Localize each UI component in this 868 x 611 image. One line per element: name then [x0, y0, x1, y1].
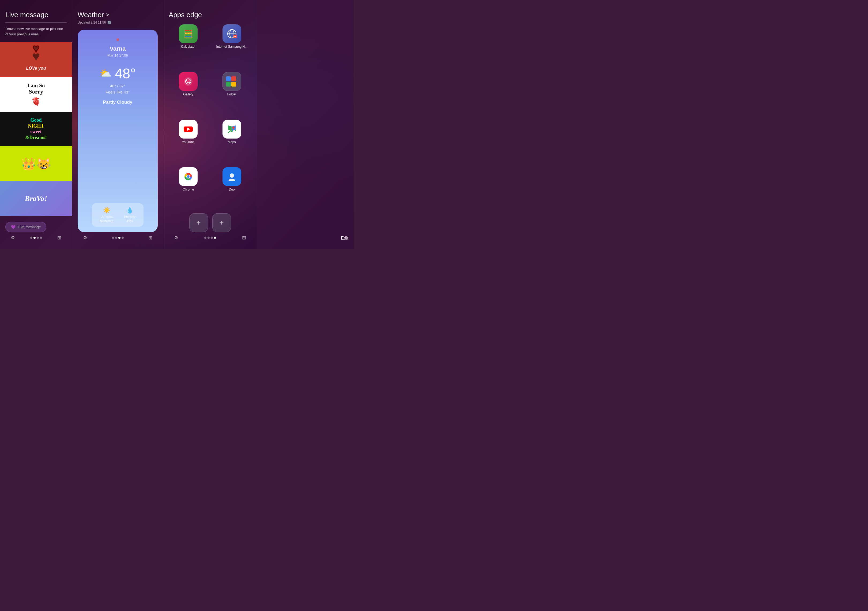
dot-1: [30, 236, 33, 239]
folder-icon: [223, 72, 241, 91]
partly-cloudy-icon: ⛅: [99, 68, 112, 79]
app-calculator[interactable]: 🧮 Calculator: [169, 24, 208, 68]
weather-city: Varna: [110, 45, 126, 52]
dot-p3-1: [204, 236, 206, 239]
uv-icon: ☀️: [103, 207, 110, 214]
apps-edge-title: Apps edge: [169, 11, 251, 19]
humidity-icon: 💧: [126, 207, 133, 214]
dot-p2-3[interactable]: [118, 236, 121, 239]
dot-4: [40, 236, 42, 239]
live-message-button[interactable]: 💜 Live message: [5, 222, 46, 232]
app-duo[interactable]: Duo: [212, 167, 252, 211]
maps-icon: [223, 120, 241, 138]
calculator-icon: 🧮: [179, 24, 198, 43]
internet-icon: ✱: [223, 24, 241, 43]
app-maps[interactable]: Maps: [212, 120, 252, 163]
weather-card[interactable]: 📍 Varna Mar 14 17:06 ⛅ 48° 48° / 37° Fee…: [78, 30, 158, 232]
location-off-icon: 📍: [114, 38, 121, 44]
calculator-label: Calculator: [181, 45, 195, 48]
gallery-icon: [179, 72, 198, 91]
refresh-icon[interactable]: 🔄: [107, 21, 112, 24]
svg-point-16: [232, 126, 234, 129]
live-message-title: Live message: [5, 11, 67, 19]
weather-title: Weather: [78, 11, 104, 19]
chrome-label: Chrome: [183, 188, 194, 191]
folder-label: Folder: [227, 92, 236, 96]
live-image-crown[interactable]: 👑😸: [0, 146, 72, 181]
edit-row: Edit: [262, 236, 348, 243]
dot-p3-3: [211, 236, 213, 239]
weather-chevron-icon[interactable]: >: [106, 12, 109, 18]
dot-p2-1: [112, 236, 114, 239]
panel1-bottom-bar: ⚙ ⊞: [5, 232, 67, 243]
svg-text:✱: ✱: [234, 36, 236, 38]
weather-header: Weather >: [78, 11, 158, 19]
edit-button[interactable]: Edit: [341, 236, 348, 241]
app-chrome[interactable]: Chrome: [169, 167, 208, 211]
weather-feels-like: Feels like 43°: [105, 90, 130, 94]
live-message-panel: Live message Draw a new live message or …: [0, 0, 72, 249]
app-youtube[interactable]: YouTube: [169, 120, 208, 163]
live-message-images: ♥ ♥ ♥ LOVe you I am So Sorry 🫀: [0, 42, 72, 216]
page-dots-p3: [204, 236, 216, 239]
svg-point-7: [184, 77, 192, 86]
apps-grid: 🧮 Calculator ✱ Internet Samsung N...: [169, 24, 251, 211]
humidity-stat: 💧 Humidity 49%: [124, 207, 135, 223]
weather-updated: Updated 3/14 11:56 🔄: [78, 21, 158, 24]
chrome-icon: [179, 167, 198, 186]
uv-index-stat: ☀️ UV Index Moderate: [100, 207, 113, 223]
add-buttons-row: + +: [169, 213, 251, 232]
dot-p2-4: [122, 236, 124, 239]
live-image-sorry[interactable]: I am So Sorry 🫀: [0, 77, 72, 112]
svg-point-20: [187, 175, 189, 178]
add-button-2[interactable]: +: [212, 213, 231, 232]
grid-icon[interactable]: ⊞: [57, 235, 61, 241]
dot-p2-2: [115, 236, 117, 239]
weather-temp-row: ⛅ 48°: [99, 65, 136, 81]
heart-icon: 💜: [11, 225, 16, 229]
add-button-1[interactable]: +: [189, 213, 208, 232]
svg-point-9: [186, 80, 187, 81]
dot-p3-2: [208, 236, 210, 239]
settings-icon-p2[interactable]: ⚙: [83, 235, 87, 241]
right-panel: Edit: [257, 0, 354, 249]
weather-stats: ☀️ UV Index Moderate 💧 Humidity 49%: [92, 203, 144, 227]
live-image-bravo[interactable]: BraVo!: [0, 181, 72, 216]
dot-3: [37, 236, 39, 239]
weather-date: Mar 14 17:06: [107, 53, 128, 58]
maps-label: Maps: [228, 140, 236, 144]
live-image-goodnight[interactable]: Good NIGHT sweet &Dreams!: [0, 112, 72, 146]
svg-point-21: [230, 173, 234, 178]
page-dots: [30, 236, 42, 239]
weather-hi-lo: 48° / 37°: [110, 84, 126, 88]
settings-icon[interactable]: ⚙: [11, 235, 15, 241]
dot-p3-4[interactable]: [214, 236, 216, 239]
settings-icon-p3[interactable]: ⚙: [174, 235, 178, 241]
weather-temperature: 48°: [115, 65, 136, 81]
app-internet[interactable]: ✱ Internet Samsung N...: [212, 24, 252, 68]
panel3-bottom-bar: ⚙ ⊞: [169, 232, 251, 243]
app-folder[interactable]: Folder: [212, 72, 252, 115]
weather-condition: Partly Cloudy: [103, 100, 133, 105]
live-image-love-you[interactable]: ♥ ♥ ♥ LOVe you: [0, 42, 72, 77]
page-dots-p2: [112, 236, 124, 239]
duo-icon: [223, 167, 241, 186]
grid-icon-p3[interactable]: ⊞: [242, 235, 246, 241]
app-gallery[interactable]: Gallery: [169, 72, 208, 115]
duo-label: Duo: [229, 188, 235, 191]
gallery-label: Gallery: [183, 92, 193, 96]
dot-2[interactable]: [34, 236, 36, 239]
apps-edge-panel: Apps edge 🧮 Calculator ✱: [163, 0, 257, 249]
live-message-description: Draw a new live message or pick one of y…: [5, 26, 67, 37]
grid-icon-p2[interactable]: ⊞: [148, 235, 152, 241]
weather-panel: Weather > Updated 3/14 11:56 🔄 📍 Varna M…: [72, 0, 163, 249]
youtube-icon: [179, 120, 198, 138]
youtube-label: YouTube: [182, 140, 195, 144]
title-divider: [5, 22, 67, 23]
panel2-bottom-bar: ⚙ ⊞: [78, 232, 158, 243]
internet-label: Internet Samsung N...: [216, 45, 247, 48]
